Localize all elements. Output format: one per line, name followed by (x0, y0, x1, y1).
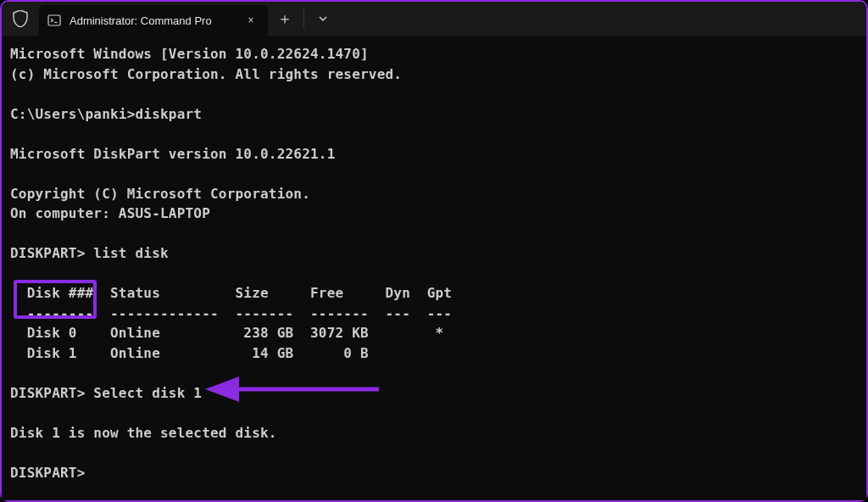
titlebar-separator (303, 9, 304, 28)
tab-dropdown-button[interactable] (306, 2, 340, 36)
titlebar: Administrator: Command Pro × ＋ (2, 2, 866, 36)
tab-close-button[interactable]: × (242, 12, 259, 29)
shield-icon (2, 10, 39, 27)
line-dp-prompt: DISKPART> (10, 465, 86, 481)
line-table-header: Disk ### Status Size Free Dyn Gpt (10, 285, 452, 301)
line-computer: On computer: ASUS-LAPTOP (10, 205, 210, 221)
line-dp-copyright: Copyright (C) Microsoft Corporation. (10, 186, 310, 202)
terminal-body[interactable]: Microsoft Windows [Version 10.0.22624.14… (2, 36, 866, 500)
line-dp-listdisk: DISKPART> list disk (10, 245, 169, 261)
line-disk-1: Disk 1 Online 14 GB 0 B (10, 345, 369, 361)
chevron-down-icon (318, 14, 328, 24)
tab-active[interactable]: Administrator: Command Pro × (39, 5, 268, 36)
line-dp-version: Microsoft DiskPart version 10.0.22621.1 (10, 146, 335, 162)
terminal-window: Administrator: Command Pro × ＋ Microsoft… (0, 0, 868, 502)
line-copyright: (c) Microsoft Corporation. All rights re… (10, 66, 402, 82)
line-disk-0: Disk 0 Online 238 GB 3072 KB * (10, 325, 443, 341)
terminal-icon (47, 14, 61, 27)
line-dp-select: DISKPART> Select disk 1 (10, 385, 202, 401)
line-prompt-diskpart: C:\Users\panki>diskpart (10, 106, 202, 122)
tab-title: Administrator: Command Pro (70, 14, 212, 27)
line-table-separator: -------- ------------- ------- ------- -… (10, 305, 452, 321)
new-tab-button[interactable]: ＋ (268, 2, 302, 36)
line-version: Microsoft Windows [Version 10.0.22624.14… (10, 46, 369, 62)
svg-rect-0 (48, 15, 60, 25)
line-selected-msg: Disk 1 is now the selected disk. (10, 425, 277, 441)
